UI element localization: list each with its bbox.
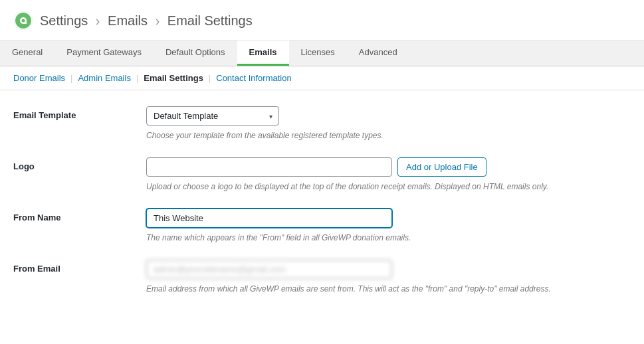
breadcrumb-sep-2: › (156, 13, 163, 28)
logo-label: Logo (13, 157, 146, 171)
page-wrapper: Settings › Emails › Email Settings Gener… (0, 0, 644, 344)
subnav-sep-3: | (209, 73, 211, 83)
from-email-input[interactable] (146, 260, 392, 279)
from-name-field: The name which appears in the "From" fie… (146, 209, 598, 244)
subnav-donor-emails[interactable]: Donor Emails (13, 73, 65, 83)
email-template-field: Default Template No Template ▾ Choose yo… (146, 106, 598, 141)
email-template-label: Email Template (13, 106, 146, 120)
tab-emails[interactable]: Emails (237, 41, 289, 66)
from-email-field: Email address from which all GiveWP emai… (146, 260, 598, 295)
logo-field: Add or Upload File Upload or choose a lo… (146, 157, 598, 193)
subnav-contact-information[interactable]: Contact Information (216, 73, 291, 83)
svg-point-1 (22, 19, 25, 23)
upload-file-button[interactable]: Add or Upload File (397, 157, 486, 177)
tab-advanced[interactable]: Advanced (347, 41, 409, 66)
logo-inputs-wrapper: Add or Upload File (146, 157, 598, 177)
logo-input[interactable] (146, 157, 392, 177)
template-select-wrapper: Default Template No Template ▾ (146, 106, 279, 126)
sub-nav: Donor Emails | Admin Emails | Email Sett… (0, 66, 644, 90)
from-email-label: From Email (13, 260, 146, 274)
tab-licenses[interactable]: Licenses (289, 41, 347, 66)
subnav-email-settings[interactable]: Email Settings (144, 73, 203, 83)
main-nav: General Payment Gateways Default Options… (0, 41, 644, 66)
from-email-help: Email address from which all GiveWP emai… (146, 283, 598, 295)
from-name-row: From Name The name which appears in the … (13, 209, 631, 244)
breadcrumb-settings: Settings (40, 13, 88, 28)
from-name-help: The name which appears in the "From" fie… (146, 232, 598, 244)
from-name-input[interactable] (146, 209, 392, 228)
logo-help: Upload or choose a logo to be displayed … (146, 181, 598, 193)
tab-general[interactable]: General (0, 41, 54, 66)
breadcrumb-email-settings: Email Settings (167, 13, 253, 28)
logo-row: Logo Add or Upload File Upload or choose… (13, 157, 631, 193)
givewp-logo-icon (13, 11, 33, 31)
subnav-sep-1: | (70, 73, 72, 83)
tab-payment-gateways[interactable]: Payment Gateways (54, 41, 154, 66)
from-name-label: From Name (13, 209, 146, 222)
from-email-row: From Email Email address from which all … (13, 260, 631, 295)
subnav-admin-emails[interactable]: Admin Emails (78, 73, 130, 83)
email-template-help: Choose your template from the available … (146, 129, 598, 141)
email-template-row: Email Template Default Template No Templ… (13, 106, 631, 141)
content-area: Email Template Default Template No Templ… (0, 90, 644, 327)
subnav-sep-2: | (136, 73, 138, 83)
breadcrumb-emails: Emails (108, 13, 148, 28)
breadcrumb: Settings › Emails › Email Settings (40, 13, 253, 29)
page-header: Settings › Emails › Email Settings (0, 0, 644, 41)
tab-default-options[interactable]: Default Options (154, 41, 237, 66)
template-select[interactable]: Default Template No Template (146, 106, 279, 126)
breadcrumb-sep-1: › (96, 13, 104, 28)
